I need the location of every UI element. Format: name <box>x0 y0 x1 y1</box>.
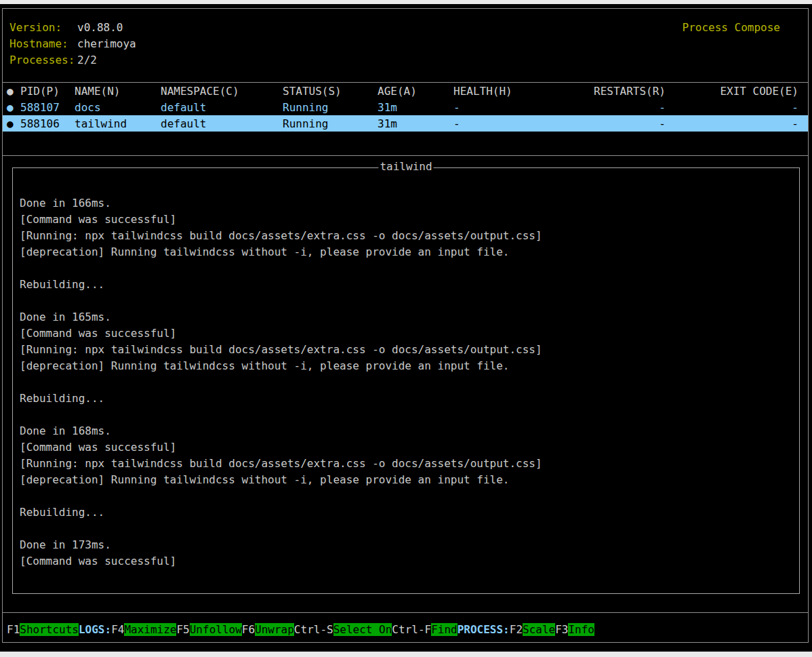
version-value: v0.88.0 <box>77 21 123 34</box>
log-line: [Command was successful] <box>20 325 794 342</box>
log-line: Done in 173ms. <box>20 537 794 553</box>
app-title: Process Compose <box>683 19 800 35</box>
shortcut-maximize[interactable]: F4Maximize <box>111 623 176 636</box>
log-line: Rebuilding... <box>20 504 794 521</box>
shortcut-select-on[interactable]: Ctrl-SSelect On <box>294 623 392 636</box>
log-line: [Command was successful] <box>20 553 794 570</box>
process-restarts: - <box>562 117 666 130</box>
process-health: - <box>453 101 562 114</box>
process-status: Running <box>283 101 378 114</box>
process-age: 31m <box>378 101 453 114</box>
process-restarts: - <box>562 101 666 114</box>
shortcut-key: F2 <box>510 623 523 636</box>
process-table-header: ● PID(P) NAME(N) NAMESPACE(C) STATUS(S) … <box>3 83 808 99</box>
status-bar-separator <box>3 612 808 613</box>
process-exit-code: - <box>666 117 808 130</box>
shortcut-scale[interactable]: F2Scale <box>510 623 555 636</box>
table-separator <box>3 155 808 156</box>
column-exit-code: EXIT CODE(E) <box>666 85 808 98</box>
log-line: [deprecation] Running tailwindcss withou… <box>20 472 794 488</box>
process-namespace: default <box>161 101 283 114</box>
shortcut-shortcuts[interactable]: F1Shortcuts <box>7 623 79 636</box>
column-age: AGE(A) <box>378 85 453 98</box>
fire-icon <box>786 20 800 34</box>
status-dot-icon: ● <box>3 101 18 114</box>
process-age: 31m <box>378 117 453 130</box>
process-name: tailwind <box>75 117 161 130</box>
log-line: Done in 168ms. <box>20 423 794 439</box>
log-panel-title: tailwind <box>378 160 433 173</box>
log-line: [Running: npx tailwindcss build docs/ass… <box>20 342 794 358</box>
log-line: [deprecation] Running tailwindcss withou… <box>20 358 794 374</box>
shortcut-action: Unfollow <box>190 623 242 636</box>
log-line: Done in 165ms. <box>20 309 794 325</box>
process-pid: 588106 <box>18 117 75 130</box>
log-line: Rebuilding... <box>20 277 794 293</box>
shortcut-action: Find <box>431 623 458 636</box>
log-line: [Running: npx tailwindcss build docs/ass… <box>20 228 794 244</box>
shortcut-action: Select On <box>333 623 392 636</box>
log-content: Done in 166ms.[Command was successful][R… <box>13 168 799 570</box>
shortcut-action: Unwrap <box>255 623 294 636</box>
process-status: Running <box>283 117 378 130</box>
log-panel[interactable]: tailwind Done in 166ms.[Command was succ… <box>12 167 800 594</box>
status-dot-icon: ● <box>3 85 18 98</box>
column-restarts: RESTARTS(R) <box>562 85 666 98</box>
hostname-label: Hostname: <box>9 37 77 50</box>
log-line <box>20 488 794 504</box>
process-row[interactable]: ● 588106 tailwind default Running 31m - … <box>3 115 808 132</box>
log-line: [deprecation] Running tailwindcss withou… <box>20 244 794 260</box>
column-name: NAME(N) <box>75 85 161 98</box>
process-compose-terminal: Version: v0.88.0 Hostname: cherimoya Pro… <box>0 4 812 652</box>
column-health: HEALTH(H) <box>453 85 562 98</box>
version-label: Version: <box>9 21 77 34</box>
app-title-text: Process Compose <box>683 21 781 34</box>
process-namespace: default <box>161 117 283 130</box>
shortcut-find[interactable]: Ctrl-FFind <box>392 623 457 636</box>
shortcut-action: Info <box>568 623 594 636</box>
hostname-field: Hostname: cherimoya <box>9 35 808 52</box>
log-line: [Command was successful] <box>20 212 794 228</box>
column-pid: PID(P) <box>18 85 75 98</box>
shortcut-key: F3 <box>555 623 568 636</box>
shortcut-key: F4 <box>111 623 124 636</box>
status-bar: F1Shortcuts LOGS: F4Maximize F5Unfollow … <box>7 621 594 637</box>
shortcut-unwrap[interactable]: F6Unwrap <box>242 623 294 636</box>
log-line <box>20 407 794 423</box>
log-line <box>20 374 794 391</box>
processes-label: Processes: <box>9 54 77 66</box>
log-line <box>20 260 794 277</box>
shortcut-key: Ctrl-S <box>294 623 333 636</box>
shortcut-unfollow[interactable]: F5Unfollow <box>176 623 241 636</box>
log-line: Done in 166ms. <box>20 195 794 212</box>
log-line: [Running: npx tailwindcss build docs/ass… <box>20 456 794 472</box>
processes-field: Processes: 2/2 <box>9 52 808 68</box>
process-row[interactable]: ● 588107 docs default Running 31m - - - <box>3 99 808 115</box>
process-name: docs <box>75 101 161 114</box>
process-rows: ● 588107 docs default Running 31m - - - … <box>3 99 808 132</box>
log-line <box>20 521 794 537</box>
header-info: Version: v0.88.0 Hostname: cherimoya Pro… <box>3 9 808 68</box>
shortcut-action: Scale <box>523 623 555 636</box>
column-status: STATUS(S) <box>283 85 378 98</box>
process-pid: 588107 <box>18 101 75 114</box>
status-section-logs: LOGS: <box>79 623 111 636</box>
log-line: [Command was successful] <box>20 439 794 456</box>
shortcut-key: F6 <box>242 623 255 636</box>
shortcut-action: Maximize <box>124 623 176 636</box>
processes-value: 2/2 <box>77 54 97 66</box>
app-window: Version: v0.88.0 Hostname: cherimoya Pro… <box>2 8 809 643</box>
status-section-process: PROCESS: <box>458 623 510 636</box>
status-dot-icon: ● <box>3 117 18 130</box>
process-exit-code: - <box>666 101 808 114</box>
shortcut-key: Ctrl-F <box>392 623 431 636</box>
log-line <box>20 293 794 309</box>
column-namespace: NAMESPACE(C) <box>161 85 283 98</box>
shortcut-key: F1 <box>7 623 20 636</box>
shortcut-info[interactable]: F3Info <box>555 623 594 636</box>
shortcut-action: Shortcuts <box>20 623 79 636</box>
process-health: - <box>453 117 562 130</box>
process-table: ● PID(P) NAME(N) NAMESPACE(C) STATUS(S) … <box>3 83 808 132</box>
log-line: Rebuilding... <box>20 391 794 407</box>
hostname-value: cherimoya <box>77 37 136 50</box>
